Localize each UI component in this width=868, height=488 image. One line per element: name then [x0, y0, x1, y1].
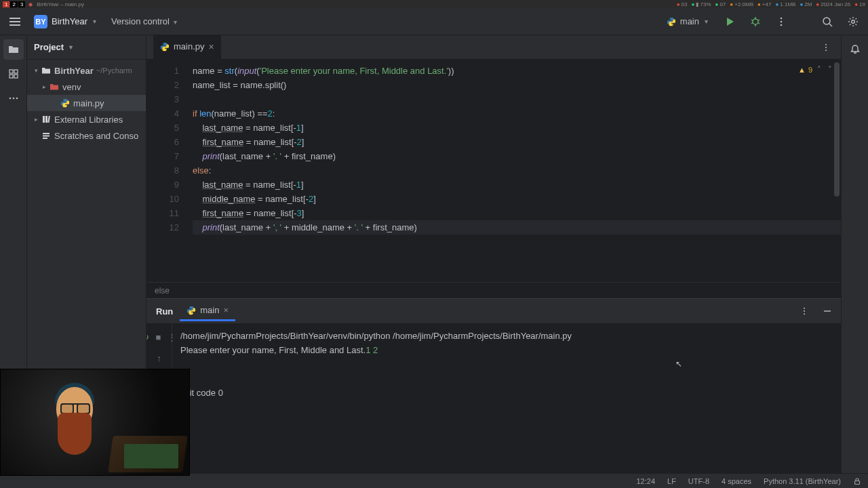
run-tab-main[interactable]: main × [180, 301, 235, 321]
close-run-tab-button[interactable]: × [223, 305, 229, 315]
svg-point-23 [804, 308, 805, 309]
tab-label: main.py [174, 41, 205, 52]
run-config-selector[interactable]: main ▾ [661, 14, 713, 29]
svg-rect-19 [43, 138, 47, 139]
svg-rect-27 [855, 481, 860, 484]
python-icon [60, 98, 71, 108]
tray-ind-2: 07 [715, 1, 726, 7]
rerun-button[interactable]: ↻ [146, 332, 149, 342]
tray-ind-5: 1.1MB [775, 1, 795, 7]
editor-breadcrumb[interactable]: else [146, 282, 841, 298]
tab-main-py[interactable]: main.py × [153, 35, 221, 60]
workspace-3[interactable]: 3 [18, 1, 25, 7]
tree-label: External Libraries [54, 115, 123, 125]
system-tray: 03 ▮ 73% 07 +2.0MB +47 1.1MB 2M 2024 Jan… [677, 1, 865, 7]
debug-button[interactable] [746, 12, 765, 31]
library-icon [41, 114, 52, 125]
tray-ind-4: +47 [757, 1, 771, 7]
search-button[interactable] [818, 12, 837, 31]
run-tab-label: main [200, 305, 219, 315]
stop-button[interactable]: ■ [156, 332, 161, 342]
folder-icon [41, 65, 52, 76]
svg-point-10 [9, 98, 11, 100]
prev-highlight-button[interactable]: ˄ [815, 65, 823, 74]
warning-icon: ▲ [798, 66, 806, 74]
editor-vscrollbar[interactable] [834, 62, 840, 279]
editor-area: main.py × 123456789101112 name = str(inp… [146, 35, 841, 473]
svg-point-25 [804, 313, 805, 314]
window-title: BirthYear – main.py [37, 1, 84, 7]
structure-tool-button[interactable] [3, 64, 24, 84]
settings-button[interactable] [844, 12, 863, 31]
close-tab-button[interactable]: × [209, 41, 214, 52]
svg-rect-15 [45, 116, 47, 123]
status-encoding[interactable]: UTF-8 [688, 477, 709, 485]
tree-path-hint: ~/Pycharm [96, 66, 132, 75]
svg-point-0 [753, 19, 758, 24]
svg-rect-18 [43, 136, 50, 137]
expand-arrow-icon[interactable]: ▸ [31, 116, 41, 123]
tab-more-button[interactable] [816, 38, 835, 57]
version-control-menu[interactable]: Version control ▾ [106, 14, 182, 29]
editor-tabs: main.py × [146, 35, 841, 60]
project-tree[interactable]: ▾ BirthYear ~/Pycharm ▸ venv main.py ▸ [27, 60, 146, 146]
structure-icon [8, 68, 19, 79]
inspections-widget[interactable]: ▲ 9 ˄ ˅ [798, 65, 834, 74]
run-console[interactable]: /home/jim/PycharmProjects/BirthYear/venv… [172, 323, 841, 473]
more-tool-button[interactable] [3, 88, 24, 108]
tree-label: Scratches and Conso [54, 131, 138, 141]
line-number-gutter: 123456789101112 [146, 60, 186, 282]
webcam-overlay [0, 369, 190, 476]
minimize-icon [823, 306, 832, 316]
status-linesep[interactable]: LF [667, 477, 676, 485]
svg-rect-8 [9, 75, 13, 78]
mouse-cursor: ↖ [675, 357, 682, 371]
svg-rect-17 [43, 133, 50, 134]
workspace-1[interactable]: 1 [3, 1, 9, 7]
tree-scratches[interactable]: Scratches and Conso [27, 127, 146, 144]
run-button[interactable] [720, 12, 739, 31]
expand-arrow-icon[interactable]: ▸ [39, 83, 49, 90]
workspace-2[interactable]: 2 [10, 1, 17, 7]
right-tool-rail [841, 35, 868, 473]
folder-icon [49, 81, 60, 92]
readonly-lock-icon[interactable] [853, 477, 861, 485]
project-badge: BY [34, 15, 47, 28]
main-menu-button[interactable] [5, 12, 24, 31]
dots-icon [9, 94, 18, 103]
tray-ind-6: 2M [800, 1, 812, 7]
svg-point-11 [12, 98, 14, 100]
run-options-button[interactable] [795, 302, 814, 321]
status-cursor[interactable]: 12:24 [636, 477, 655, 485]
dots-icon [822, 43, 830, 52]
more-actions-button[interactable] [772, 12, 791, 31]
tree-external-libraries[interactable]: ▸ External Libraries [27, 111, 146, 127]
hide-run-button[interactable] [818, 302, 837, 321]
status-interpreter[interactable]: Python 3.11 (BirthYear) [764, 477, 841, 485]
console-exit-line: exit code 0 [180, 386, 833, 400]
tree-root[interactable]: ▾ BirthYear ~/Pycharm [27, 62, 146, 79]
next-highlight-button[interactable]: ˅ [826, 65, 834, 74]
svg-rect-14 [43, 116, 45, 123]
tray-ind-3: +2.0MB [730, 1, 753, 7]
up-trace-button[interactable]: ↑ [157, 353, 161, 363]
tree-file-main[interactable]: main.py [27, 95, 146, 111]
tree-folder-venv[interactable]: ▸ venv [27, 79, 146, 95]
notifications-button[interactable] [845, 39, 865, 60]
code-content[interactable]: name = str(input('Please enter your name… [186, 60, 841, 282]
warning-count: 9 [808, 66, 812, 74]
svg-rect-26 [824, 310, 831, 311]
project-panel-header[interactable]: Project ▾ [27, 35, 146, 60]
svg-point-4 [823, 18, 830, 24]
tray-ind-1: ▮ 73% [692, 1, 711, 7]
code-editor[interactable]: 123456789101112 name = str(input('Please… [146, 60, 841, 282]
tree-label: main.py [73, 98, 104, 108]
status-indent[interactable]: 4 spaces [722, 477, 751, 485]
run-tool-window: Run main × ↻ ■ [146, 298, 841, 473]
python-icon [160, 42, 170, 52]
tree-label: venv [62, 82, 81, 92]
project-selector[interactable]: BY BirthYear ▾ [28, 12, 102, 31]
svg-point-12 [16, 98, 18, 100]
project-tool-button[interactable] [3, 39, 24, 60]
collapse-arrow-icon[interactable]: ▾ [31, 67, 41, 74]
